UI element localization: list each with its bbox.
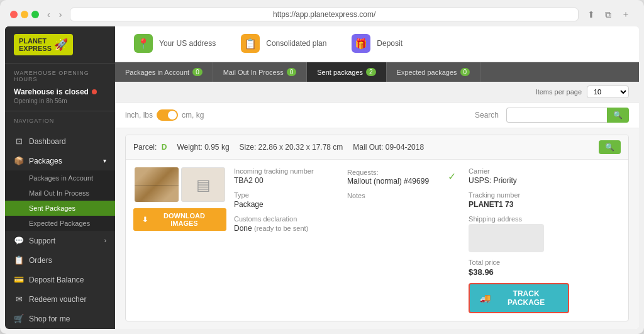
package-card: Parcel: D Weight: 0.95 kg Size: 22.86 x … — [125, 135, 629, 321]
sidebar-item-shop[interactable]: 🛒 Shop for me — [5, 309, 115, 328]
sidebar-item-label: Support — [29, 237, 55, 245]
sidebar-item-orders[interactable]: 📋 Orders — [5, 250, 115, 270]
customs-field: Customs declaration Done (ready to be se… — [234, 215, 335, 233]
tab-badge: 0 — [192, 68, 203, 76]
tracking-number-field: Tracking number PLANET1 73 — [469, 191, 582, 209]
search-input[interactable] — [506, 108, 607, 123]
carrier-label: Carrier — [469, 167, 582, 175]
sidebar-item-sent-packages[interactable]: Sent Packages — [5, 201, 115, 216]
tab-packages-in-account[interactable]: Packages in Account 0 — [115, 62, 213, 82]
header-search-button[interactable]: 🔍 — [599, 140, 621, 154]
forward-button[interactable]: › — [56, 8, 65, 21]
download-images-button[interactable]: ⬇ DOWNLOAD IMAGES — [133, 208, 226, 231]
items-per-page-bar: Items per page 10 25 50 100 — [115, 82, 639, 103]
incoming-tracking-label: Incoming tracking number — [234, 167, 335, 175]
sidebar-item-mail-out[interactable]: Mail Out In Process — [5, 186, 115, 201]
nav-us-address[interactable]: 📍 Your US address — [121, 26, 228, 62]
deposit-icon: 💳 — [14, 275, 24, 284]
tab-badge: 0 — [460, 68, 470, 76]
truck-icon: 🚚 — [480, 293, 491, 303]
tab-expected-packages[interactable]: Expected packages 0 — [387, 62, 481, 82]
warehouse-info: Warehouse is closed Opening in 8h 56m — [5, 85, 115, 111]
unit-imperial: inch, lbs — [125, 111, 153, 120]
logo-box[interactable]: PLANET EXPRESS 🚀 — [14, 34, 73, 55]
dashboard-icon: ⊡ — [14, 136, 24, 146]
nav-section: ⊡ Dashboard 📦 Packages ▾ Packages in Acc… — [5, 126, 115, 329]
browser-actions: ⬆ ⧉ ＋ — [584, 8, 634, 21]
download-icon: ⬇ — [142, 216, 148, 224]
logo-text-line1: PLANET — [19, 37, 52, 45]
address-bar[interactable]: https://app.planetexpress.com/ — [70, 8, 579, 21]
search-button[interactable]: 🔍 — [607, 108, 629, 123]
deposit-label: Deposit — [377, 39, 402, 48]
incoming-tracking-value: TBA2 00 — [234, 176, 335, 185]
nav-consolidated[interactable]: 📋 Consolidated plan — [228, 26, 339, 62]
sidebar-item-redeem[interactable]: ✉ Redeem voucher — [5, 289, 115, 309]
tracking-number-value: PLANET1 73 — [469, 200, 582, 209]
tab-mail-out[interactable]: Mail Out In Process 0 — [213, 62, 308, 82]
us-address-label: Your US address — [159, 39, 216, 48]
dot-green[interactable] — [31, 11, 39, 18]
warehouse-time: Opening in 8h 56m — [14, 97, 106, 104]
sidebar-item-label: Orders — [29, 256, 52, 265]
total-price-label: Total price — [469, 259, 582, 266]
customs-value: Done (ready to be sent) — [234, 224, 335, 233]
requests-label: Requests: — [347, 169, 379, 176]
total-price-value: $38.96 — [469, 267, 582, 277]
tab-badge: 0 — [287, 68, 297, 76]
requests-value: Mailout (normal) #49699 — [347, 177, 429, 186]
package-details: Incoming tracking number TBA2 00 Type Pa… — [234, 167, 621, 313]
sidebar-item-expected-packages[interactable]: Expected Packages — [5, 216, 115, 231]
new-tab-button[interactable]: ⧉ — [601, 8, 615, 21]
chevron-down-icon: ▾ — [103, 157, 106, 164]
share-button[interactable]: ⬆ — [584, 8, 599, 21]
search-box: 🔍 — [506, 108, 629, 123]
warehouse-section-label: WAREHOUSE OPENING HOURS — [5, 64, 115, 85]
sidebar-logo: PLANET EXPRESS 🚀 — [5, 26, 115, 64]
type-field: Type Package — [234, 191, 335, 209]
barcode-icon: ▤ — [196, 176, 211, 194]
shipping-address-box — [469, 224, 544, 252]
unit-toggle: inch, lbs cm, kg — [125, 109, 204, 121]
nav-deposit[interactable]: 🎁 Deposit — [339, 26, 415, 62]
parcel-id: D — [162, 143, 167, 152]
orders-icon: 📋 — [14, 255, 24, 265]
track-package-button[interactable]: 🚚 TRACK PACKAGE — [469, 283, 569, 313]
detail-col-2: Requests: Mailout (normal) #49699 ✓ Note… — [347, 167, 456, 313]
sidebar-item-packages-in-account[interactable]: Packages in Account — [5, 170, 115, 186]
package-body: ▤ ⬇ DOWNLOAD IMAGES Incomin — [126, 160, 628, 321]
back-button[interactable]: ‹ — [44, 8, 53, 21]
gift-icon: 🎁 — [352, 34, 370, 53]
sidebar-item-label: Deposit Balance — [29, 276, 84, 284]
tab-label: Expected packages — [397, 69, 457, 76]
customs-label: Customs declaration — [234, 215, 335, 223]
sidebar-item-support[interactable]: 💬 Support › — [5, 231, 115, 250]
items-per-page-select[interactable]: 10 25 50 100 — [587, 86, 629, 98]
items-per-page-label: Items per page — [536, 88, 582, 96]
support-icon: 💬 — [14, 236, 24, 245]
carrier-field: Carrier USPS: Priority — [469, 167, 582, 185]
main-content: 📍 Your US address 📋 Consolidated plan 🎁 … — [115, 26, 639, 329]
detail-col-3: Carrier USPS: Priority Tracking number P… — [469, 167, 582, 313]
tab-badge: 2 — [366, 68, 376, 76]
tab-label: Mail Out In Process — [223, 69, 284, 76]
unit-switch[interactable] — [157, 109, 178, 121]
sidebar-item-label: Shop for me — [29, 315, 70, 323]
dot-red[interactable] — [10, 11, 18, 18]
tab-label: Packages in Account — [125, 69, 189, 76]
tab-label: Sent packages — [317, 69, 363, 76]
sidebar-item-packages[interactable]: 📦 Packages ▾ — [5, 151, 115, 170]
sidebar-item-label: Redeem voucher — [29, 295, 86, 304]
browser-toolbar: ‹ › https://app.planetexpress.com/ ⬆ ⧉ ＋ — [5, 5, 639, 26]
tab-sent-packages[interactable]: Sent packages 2 — [307, 62, 386, 82]
dot-yellow[interactable] — [21, 11, 28, 18]
package-image-2: ▤ — [181, 167, 225, 202]
track-btn-label: TRACK PACKAGE — [494, 289, 558, 307]
requests-field: Requests: Mailout (normal) #49699 ✓ — [347, 167, 456, 186]
sidebar-toggle[interactable]: ＋ — [618, 8, 634, 21]
rocket-icon: 🚀 — [54, 38, 68, 52]
packages-icon: 📦 — [14, 156, 24, 165]
sidebar-item-dashboard[interactable]: ⊡ Dashboard — [5, 131, 115, 151]
sidebar-item-deposit[interactable]: 💳 Deposit Balance — [5, 270, 115, 289]
images-row: ▤ — [135, 167, 225, 202]
